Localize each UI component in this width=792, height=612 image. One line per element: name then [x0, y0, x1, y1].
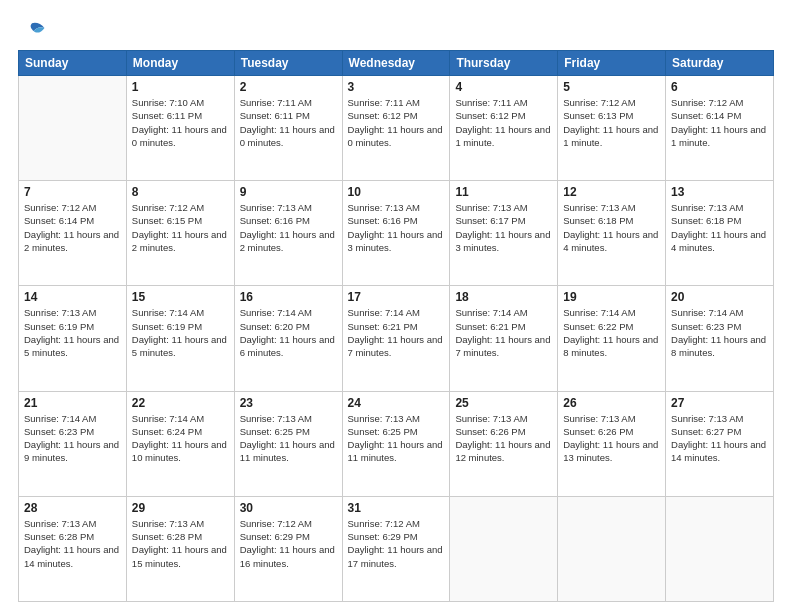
sunrise-text: Sunrise: 7:11 AM [240, 96, 337, 109]
table-row: 18Sunrise: 7:14 AMSunset: 6:21 PMDayligh… [450, 286, 558, 391]
daylight-text: Daylight: 11 hours and 10 minutes. [132, 438, 229, 465]
daylight-text: Daylight: 11 hours and 1 minute. [563, 123, 660, 150]
sunrise-text: Sunrise: 7:12 AM [563, 96, 660, 109]
sunset-text: Sunset: 6:18 PM [563, 214, 660, 227]
table-row: 4Sunrise: 7:11 AMSunset: 6:12 PMDaylight… [450, 76, 558, 181]
table-row: 11Sunrise: 7:13 AMSunset: 6:17 PMDayligh… [450, 181, 558, 286]
daylight-text: Daylight: 11 hours and 11 minutes. [240, 438, 337, 465]
day-detail: Sunrise: 7:12 AMSunset: 6:15 PMDaylight:… [132, 201, 229, 254]
sunset-text: Sunset: 6:11 PM [132, 109, 229, 122]
table-row: 13Sunrise: 7:13 AMSunset: 6:18 PMDayligh… [666, 181, 774, 286]
table-row: 16Sunrise: 7:14 AMSunset: 6:20 PMDayligh… [234, 286, 342, 391]
day-number: 3 [348, 80, 445, 94]
daylight-text: Daylight: 11 hours and 6 minutes. [240, 333, 337, 360]
col-friday: Friday [558, 51, 666, 76]
daylight-text: Daylight: 11 hours and 5 minutes. [132, 333, 229, 360]
day-number: 31 [348, 501, 445, 515]
table-row: 27Sunrise: 7:13 AMSunset: 6:27 PMDayligh… [666, 391, 774, 496]
day-number: 27 [671, 396, 768, 410]
day-number: 20 [671, 290, 768, 304]
day-detail: Sunrise: 7:11 AMSunset: 6:12 PMDaylight:… [348, 96, 445, 149]
sunset-text: Sunset: 6:24 PM [132, 425, 229, 438]
table-row [558, 496, 666, 601]
sunset-text: Sunset: 6:13 PM [563, 109, 660, 122]
day-number: 22 [132, 396, 229, 410]
day-number: 25 [455, 396, 552, 410]
table-row: 19Sunrise: 7:14 AMSunset: 6:22 PMDayligh… [558, 286, 666, 391]
day-number: 23 [240, 396, 337, 410]
sunrise-text: Sunrise: 7:13 AM [240, 201, 337, 214]
sunrise-text: Sunrise: 7:14 AM [24, 412, 121, 425]
table-row: 24Sunrise: 7:13 AMSunset: 6:25 PMDayligh… [342, 391, 450, 496]
sunrise-text: Sunrise: 7:12 AM [348, 517, 445, 530]
table-row: 29Sunrise: 7:13 AMSunset: 6:28 PMDayligh… [126, 496, 234, 601]
sunset-text: Sunset: 6:11 PM [240, 109, 337, 122]
sunset-text: Sunset: 6:12 PM [348, 109, 445, 122]
day-number: 16 [240, 290, 337, 304]
day-detail: Sunrise: 7:13 AMSunset: 6:25 PMDaylight:… [240, 412, 337, 465]
sunrise-text: Sunrise: 7:14 AM [240, 306, 337, 319]
daylight-text: Daylight: 11 hours and 11 minutes. [348, 438, 445, 465]
day-number: 2 [240, 80, 337, 94]
sunrise-text: Sunrise: 7:14 AM [563, 306, 660, 319]
col-wednesday: Wednesday [342, 51, 450, 76]
table-row [666, 496, 774, 601]
daylight-text: Daylight: 11 hours and 4 minutes. [671, 228, 768, 255]
day-detail: Sunrise: 7:12 AMSunset: 6:29 PMDaylight:… [348, 517, 445, 570]
sunrise-text: Sunrise: 7:13 AM [24, 306, 121, 319]
day-detail: Sunrise: 7:11 AMSunset: 6:11 PMDaylight:… [240, 96, 337, 149]
sunset-text: Sunset: 6:25 PM [348, 425, 445, 438]
sunrise-text: Sunrise: 7:13 AM [132, 517, 229, 530]
sunset-text: Sunset: 6:21 PM [348, 320, 445, 333]
day-number: 18 [455, 290, 552, 304]
day-number: 19 [563, 290, 660, 304]
day-detail: Sunrise: 7:13 AMSunset: 6:17 PMDaylight:… [455, 201, 552, 254]
col-sunday: Sunday [19, 51, 127, 76]
logo-icon [18, 20, 46, 42]
day-number: 30 [240, 501, 337, 515]
day-number: 5 [563, 80, 660, 94]
sunrise-text: Sunrise: 7:13 AM [671, 412, 768, 425]
col-tuesday: Tuesday [234, 51, 342, 76]
sunset-text: Sunset: 6:25 PM [240, 425, 337, 438]
calendar-header-row: Sunday Monday Tuesday Wednesday Thursday… [19, 51, 774, 76]
sunrise-text: Sunrise: 7:11 AM [348, 96, 445, 109]
daylight-text: Daylight: 11 hours and 3 minutes. [455, 228, 552, 255]
daylight-text: Daylight: 11 hours and 0 minutes. [348, 123, 445, 150]
table-row: 9Sunrise: 7:13 AMSunset: 6:16 PMDaylight… [234, 181, 342, 286]
sunrise-text: Sunrise: 7:13 AM [455, 412, 552, 425]
table-row: 21Sunrise: 7:14 AMSunset: 6:23 PMDayligh… [19, 391, 127, 496]
sunset-text: Sunset: 6:18 PM [671, 214, 768, 227]
page: Sunday Monday Tuesday Wednesday Thursday… [0, 0, 792, 612]
daylight-text: Daylight: 11 hours and 0 minutes. [132, 123, 229, 150]
day-number: 6 [671, 80, 768, 94]
table-row: 31Sunrise: 7:12 AMSunset: 6:29 PMDayligh… [342, 496, 450, 601]
day-detail: Sunrise: 7:14 AMSunset: 6:21 PMDaylight:… [455, 306, 552, 359]
table-row: 12Sunrise: 7:13 AMSunset: 6:18 PMDayligh… [558, 181, 666, 286]
day-detail: Sunrise: 7:10 AMSunset: 6:11 PMDaylight:… [132, 96, 229, 149]
sunset-text: Sunset: 6:19 PM [132, 320, 229, 333]
daylight-text: Daylight: 11 hours and 13 minutes. [563, 438, 660, 465]
daylight-text: Daylight: 11 hours and 0 minutes. [240, 123, 337, 150]
day-number: 28 [24, 501, 121, 515]
daylight-text: Daylight: 11 hours and 8 minutes. [563, 333, 660, 360]
sunset-text: Sunset: 6:21 PM [455, 320, 552, 333]
day-number: 11 [455, 185, 552, 199]
day-detail: Sunrise: 7:13 AMSunset: 6:19 PMDaylight:… [24, 306, 121, 359]
day-number: 15 [132, 290, 229, 304]
day-number: 8 [132, 185, 229, 199]
day-number: 1 [132, 80, 229, 94]
daylight-text: Daylight: 11 hours and 17 minutes. [348, 543, 445, 570]
calendar-table: Sunday Monday Tuesday Wednesday Thursday… [18, 50, 774, 602]
daylight-text: Daylight: 11 hours and 2 minutes. [132, 228, 229, 255]
day-detail: Sunrise: 7:13 AMSunset: 6:26 PMDaylight:… [563, 412, 660, 465]
logo [18, 20, 50, 42]
day-detail: Sunrise: 7:13 AMSunset: 6:26 PMDaylight:… [455, 412, 552, 465]
table-row: 30Sunrise: 7:12 AMSunset: 6:29 PMDayligh… [234, 496, 342, 601]
sunset-text: Sunset: 6:29 PM [240, 530, 337, 543]
sunrise-text: Sunrise: 7:10 AM [132, 96, 229, 109]
day-detail: Sunrise: 7:14 AMSunset: 6:19 PMDaylight:… [132, 306, 229, 359]
sunrise-text: Sunrise: 7:13 AM [455, 201, 552, 214]
col-saturday: Saturday [666, 51, 774, 76]
sunrise-text: Sunrise: 7:13 AM [348, 412, 445, 425]
